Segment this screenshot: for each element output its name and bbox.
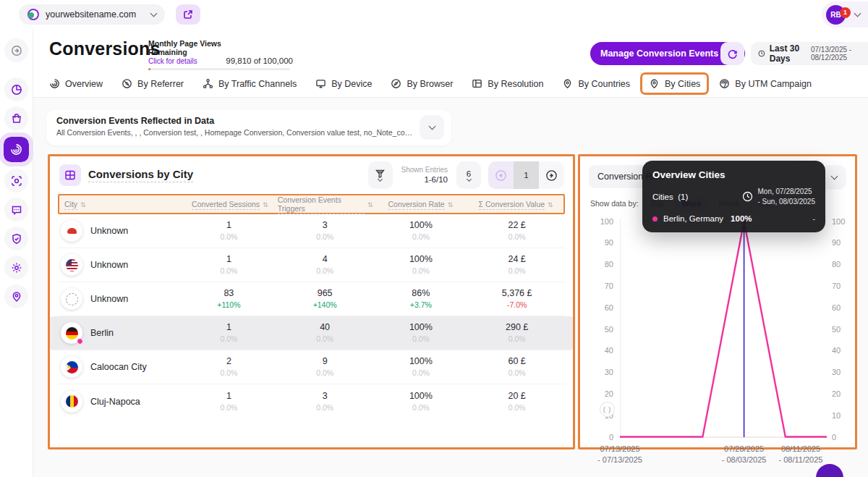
- arrow-right-circle-icon: [545, 169, 558, 182]
- tab-label: By Device: [331, 79, 372, 89]
- top-bar: yourwebsitename.com RB 1: [0, 0, 868, 29]
- table-row-caloocan-city[interactable]: Caloocan City20.0%90.0%100%0.0%60 £0.0%: [58, 350, 565, 384]
- gear-icon: [11, 262, 22, 274]
- column-header--conversion-value[interactable]: Σ Conversion Value⇅: [468, 200, 563, 210]
- tab-by-cities[interactable]: By Cities: [640, 72, 709, 95]
- metric-delta: 0.0%: [469, 232, 565, 242]
- metric-delta: 0.0%: [373, 266, 469, 277]
- manage-button-label: Manage Conversion Events: [600, 48, 718, 59]
- refresh-button[interactable]: [720, 42, 744, 65]
- tab-by-device[interactable]: By Device: [315, 78, 372, 89]
- table-row-unknown[interactable]: Unknown10.0%30.0%100%0.0%22 £0.0%: [58, 214, 565, 248]
- sidebar-nav: [0, 29, 33, 477]
- tab-by-resolution[interactable]: By Resolution: [472, 78, 543, 89]
- sidebar-item-locations[interactable]: [4, 284, 28, 308]
- sidebar-item-visitors[interactable]: [4, 169, 28, 193]
- sidebar-item-settings[interactable]: [4, 256, 28, 279]
- selected-series-dot: [77, 338, 83, 345]
- unknown-flag-icon: [66, 293, 78, 305]
- tab-label: By Traffic Channels: [218, 79, 297, 89]
- metric-value: 1: [181, 389, 277, 402]
- y-tick-label: 90: [832, 238, 856, 247]
- table-filter-button[interactable]: [368, 161, 393, 189]
- sidebar-item-privacy[interactable]: [4, 227, 28, 250]
- y-tick-label: 30: [589, 368, 613, 376]
- browser-icon: [391, 78, 401, 89]
- line-chart[interactable]: 1009080706050403020100 10090807060504030…: [580, 219, 855, 447]
- usa-flag-icon: [66, 259, 78, 271]
- chart-plot-area[interactable]: [620, 219, 827, 438]
- metric-delta: 0.0%: [373, 368, 469, 379]
- column-header-conversion-rate[interactable]: Conversion Rate⇅: [373, 200, 469, 210]
- annotation-box-table-panel: Conversions by City Shown Entries 1-6/10…: [48, 154, 575, 449]
- date-range-selector[interactable]: Last 30 Days 07/13/2025 - 08/12/2025: [751, 42, 868, 65]
- sidebar-item-feedback[interactable]: [4, 198, 28, 221]
- metric-cell: 100%0.0%: [373, 355, 469, 379]
- events-summary-expand-button[interactable]: [420, 115, 444, 140]
- metric-delta: 0.0%: [181, 368, 277, 379]
- y-tick-label: 0: [589, 433, 613, 442]
- tab-by-countries[interactable]: By Countries: [562, 78, 630, 89]
- website-globe-icon: [27, 9, 39, 20]
- next-page-button[interactable]: [539, 161, 564, 189]
- column-label: Conversion Rate: [388, 200, 444, 210]
- sidebar-item-dashboard[interactable]: [4, 77, 28, 101]
- tab-overview[interactable]: Overview: [49, 78, 103, 89]
- column-header-converted-sessions[interactable]: Converted Sessions⇅: [182, 200, 278, 210]
- panel-resize-handle[interactable]: ( ): [600, 402, 615, 417]
- account-menu[interactable]: RB 1: [822, 1, 868, 28]
- sidebar-item-ecommerce[interactable]: [4, 106, 28, 130]
- metric-delta: 0.0%: [181, 402, 277, 413]
- city-cell: Unknown: [58, 220, 181, 242]
- events-summary-title: Conversion Events Reflected in Data: [56, 116, 412, 126]
- tooltip-group-label: Cities: [652, 193, 673, 201]
- quota-widget: Monthly Page Views Remaining Click for d…: [148, 39, 293, 71]
- sidebar-item-conversions[interactable]: [4, 137, 29, 162]
- map-pin-person-icon: [11, 291, 22, 303]
- table-row-berlin[interactable]: Berlin10.0%400.0%100%0.0%290 £0.0%: [50, 316, 573, 350]
- x-tick-label: 08/11/2025- 08/11/2025: [779, 444, 823, 466]
- chart-svg: [620, 219, 827, 438]
- website-selector[interactable]: yourwebsitename.com: [19, 4, 165, 25]
- table-row-unknown[interactable]: Unknown10.0%40.0%100%0.0%24 £0.0%: [58, 248, 565, 282]
- utm-icon: [719, 78, 730, 89]
- metric-value: 100%: [373, 355, 469, 368]
- metric-cell: 100%0.0%: [373, 219, 469, 242]
- column-header-city[interactable]: City⇅: [59, 200, 182, 210]
- map-pin-icon: [562, 78, 573, 89]
- column-header-conversion-events-triggers[interactable]: Conversion Events Triggers⇅: [278, 195, 373, 214]
- metric-value: 20 £: [469, 389, 565, 402]
- sort-icon: ⇅: [448, 201, 454, 208]
- tooltip-date-line2: - Sun, 08/03/2025: [757, 198, 815, 206]
- metric-cell: 100%0.0%: [373, 321, 469, 345]
- page-size-selector[interactable]: 6: [456, 161, 481, 189]
- chart-panel-expand-button[interactable]: [822, 165, 846, 190]
- y-tick-label: 0: [832, 433, 856, 442]
- metric-value: 100%: [373, 321, 469, 334]
- tab-by-referrer[interactable]: By Referrer: [122, 78, 184, 89]
- metric-cell: 100%0.0%: [373, 253, 469, 277]
- tab-by-traffic-channels[interactable]: By Traffic Channels: [203, 78, 297, 89]
- quota-details-link[interactable]: Click for details: [148, 57, 221, 65]
- tooltip-series-label: Berlin, Germany: [663, 214, 723, 223]
- sidebar-collapse-button[interactable]: [4, 38, 28, 62]
- y-tick-label: 10: [832, 411, 856, 420]
- metric-cell: 400.0%: [277, 321, 373, 345]
- metric-delta: 0.0%: [373, 334, 469, 345]
- shown-entries: Shown Entries 1-6/10: [401, 165, 448, 185]
- metric-delta: 0.0%: [469, 334, 565, 345]
- table-panel-header: Conversions by City Shown Entries 1-6/10…: [50, 156, 573, 194]
- tab-by-utm-campaign[interactable]: By UTM Campaign: [719, 78, 812, 89]
- previous-page-button[interactable]: [488, 161, 514, 189]
- tab-by-browser[interactable]: By Browser: [391, 78, 453, 89]
- pie-chart-icon: [11, 84, 22, 96]
- avatar: RB 1: [826, 5, 846, 25]
- table-row-cluj-napoca[interactable]: Cluj-Napoca10.0%30.0%100%0.0%20 £0.0%: [58, 384, 565, 418]
- metric-delta: 0.0%: [181, 266, 277, 277]
- open-website-button[interactable]: [176, 4, 200, 25]
- tooltip-group-count: (1): [678, 193, 688, 201]
- table-row-unknown[interactable]: Unknown83+110%965+140%86%+3.7%5,376 £-7.…: [58, 282, 565, 316]
- flag-chip: [61, 220, 82, 242]
- metric-cell: 965+140%: [277, 287, 373, 311]
- metric-delta: 0.0%: [469, 368, 565, 379]
